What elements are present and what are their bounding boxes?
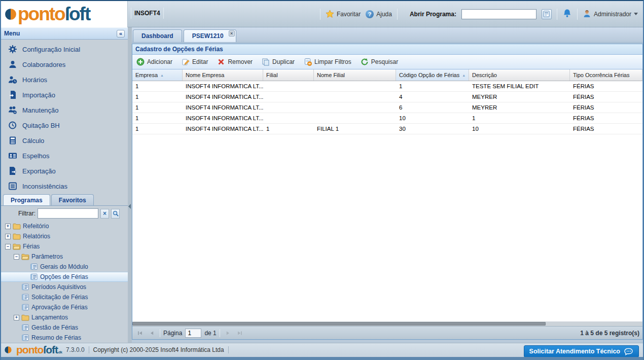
tab-dashboard[interactable]: Dashboard xyxy=(133,29,182,42)
menu-item-manutencao[interactable]: Manutenção xyxy=(1,102,128,118)
menu-item-exportacao[interactable]: Exportação xyxy=(1,163,128,178)
collapse-icon[interactable]: − xyxy=(5,244,11,249)
scrollbar-thumb[interactable] xyxy=(132,322,546,326)
bell-icon xyxy=(562,9,572,18)
support-button[interactable]: Solicitar Atendimento Técnico xyxy=(524,345,639,357)
table-row[interactable]: 1 INSOFT4 INFORMATICA LT... 6 MEYRER FÉR… xyxy=(132,102,642,113)
cell-tipo: FÉRIAS xyxy=(570,113,642,123)
filter-clear-button[interactable]: × xyxy=(100,209,109,219)
program-tree: + Refeitório + Relatórios − Férias − Par… xyxy=(1,221,128,343)
filter-input[interactable] xyxy=(38,208,98,219)
add-button[interactable]: Adicionar xyxy=(136,58,172,66)
search-icon xyxy=(113,210,119,217)
tree-node-lancamentos[interactable]: + Lançamentos xyxy=(1,312,128,322)
paging-toolbar: Página de 1 1 à 5 de 5 registro(s) xyxy=(132,326,642,339)
column-header-nome-empresa[interactable]: Nome Empresa xyxy=(183,69,263,81)
menu-item-label: Colaboradores xyxy=(22,61,65,68)
menu-collapse-button[interactable]: « xyxy=(117,30,125,38)
prev-page-button[interactable] xyxy=(148,329,157,338)
sort-asc-icon: ▲ xyxy=(160,74,164,77)
table-row[interactable]: 1 INSOFT4 INFORMATICA LT... 10 1 FÉRIAS xyxy=(132,113,642,124)
favorite-button[interactable]: Favoritar xyxy=(326,10,361,18)
program-lookup-button[interactable] xyxy=(542,9,552,19)
column-header-descricao[interactable]: Descrição xyxy=(469,69,570,81)
help-button[interactable]: ? Ajuda xyxy=(366,10,392,18)
collapse-icon[interactable]: − xyxy=(14,254,19,260)
menu-item-inconsistencias[interactable]: Inconsistências xyxy=(1,178,128,194)
tab-programas[interactable]: Programas xyxy=(3,194,50,205)
first-page-button[interactable] xyxy=(135,329,145,338)
program-icon xyxy=(30,273,38,280)
menu-item-calculo[interactable]: Cálculo xyxy=(1,133,128,148)
open-program-input[interactable] xyxy=(461,9,536,19)
tree-node-solicitacao-de-ferias[interactable]: Solicitação de Férias xyxy=(1,292,128,302)
sidebar-splitter[interactable] xyxy=(128,27,132,343)
tab-psew1210[interactable]: PSEW1210 × xyxy=(184,29,236,42)
menu-item-colaboradores[interactable]: Colaboradores xyxy=(1,57,128,72)
tree-node-relatorios[interactable]: + Relatórios xyxy=(1,231,128,241)
menu-item-horarios[interactable]: Horários xyxy=(1,72,128,87)
cell-filial xyxy=(263,102,314,113)
column-header-codigo-opcao[interactable]: Código Opção de Férias▲ xyxy=(396,69,469,81)
version-label: 7.3.0.0 xyxy=(66,346,85,353)
cell-descricao: MEYRER xyxy=(469,92,570,102)
sidebar-tabs: Programas Favoritos xyxy=(1,194,128,206)
tab-favoritos[interactable]: Favoritos xyxy=(51,194,94,205)
cell-nome-filial xyxy=(314,113,396,123)
user-menu[interactable]: Administrador xyxy=(583,10,638,18)
cell-descricao: TESTE SEM FILIAL EDIT xyxy=(469,81,570,91)
tree-node-resumo-de-ferias[interactable]: Resumo de Férias xyxy=(1,333,128,343)
tab-close-icon[interactable]: × xyxy=(229,30,235,37)
cell-empresa: 1 xyxy=(132,102,183,113)
table-row[interactable]: 1 INSOFT4 INFORMATICA LT... 4 MEYRER FÉR… xyxy=(132,92,642,102)
menu-item-espelhos[interactable]: Espelhos xyxy=(1,148,128,163)
menu-item-label: Manutenção xyxy=(22,106,59,114)
cell-descricao: 10 xyxy=(469,124,570,134)
tab-label: Favoritos xyxy=(59,197,86,204)
next-page-icon xyxy=(224,330,231,337)
cell-tipo: FÉRIAS xyxy=(570,92,642,102)
program-icon xyxy=(21,304,29,311)
tree-node-gestao-de-ferias[interactable]: Gestão de Férias xyxy=(1,322,128,333)
column-header-tipo-ocorrencia[interactable]: Tipo Ocorrência Férias xyxy=(570,69,642,81)
cell-codigo: 4 xyxy=(396,92,469,102)
tree-node-aprovacao-de-ferias[interactable]: Aprovação de Férias xyxy=(1,302,128,312)
menu-item-importacao[interactable]: Importação xyxy=(1,87,128,102)
tree-node-parametros[interactable]: − Parâmetros xyxy=(1,251,128,262)
column-header-nome-filial[interactable]: Nome Filial xyxy=(314,69,396,81)
program-icon xyxy=(21,283,29,291)
expand-icon[interactable]: + xyxy=(5,224,11,229)
menu-item-configuracao-inicial[interactable]: Configuração Inicial xyxy=(1,42,128,57)
table-row[interactable]: 1 INSOFT4 INFORMATICA LT... 1 TESTE SEM … xyxy=(132,81,642,92)
help-icon: ? xyxy=(366,10,374,18)
remove-button[interactable]: Remover xyxy=(217,58,253,66)
tree-node-ferias[interactable]: − Férias xyxy=(1,241,128,251)
expand-icon[interactable]: + xyxy=(5,234,11,239)
clear-filters-button[interactable]: Limpar Filtros xyxy=(304,58,351,66)
column-header-empresa[interactable]: Empresa▲ xyxy=(132,69,183,81)
separator xyxy=(557,9,557,20)
next-page-button[interactable] xyxy=(223,329,232,338)
tree-node-gerais-do-modulo[interactable]: Gerais do Módulo xyxy=(1,262,128,272)
expand-icon[interactable]: + xyxy=(14,315,19,320)
people-gear-icon xyxy=(8,105,17,115)
tree-node-opcoes-de-ferias[interactable]: Opções de Férias xyxy=(1,272,128,282)
column-label: Nome Empresa xyxy=(186,72,224,78)
duplicate-button[interactable]: Duplicar xyxy=(262,58,295,66)
table-row[interactable]: 1 INSOFT4 INFORMATICA LT... 1 FILIAL 1 3… xyxy=(132,124,642,134)
last-page-button[interactable] xyxy=(235,329,244,338)
filter-search-button[interactable] xyxy=(111,209,120,219)
page-number-input[interactable] xyxy=(185,329,201,338)
edit-button[interactable]: Editar xyxy=(182,58,208,66)
column-header-filial[interactable]: Filial xyxy=(263,69,314,81)
collapse-left-icon[interactable] xyxy=(128,204,131,209)
tab-label: Programas xyxy=(11,197,43,204)
app-label-wrap: INSOFT4 xyxy=(131,8,164,19)
search-button[interactable]: Pesquisar xyxy=(361,58,398,66)
notifications-button[interactable] xyxy=(562,9,572,20)
horizontal-scrollbar[interactable] xyxy=(132,321,642,326)
tree-node-periodos-aquisitivos[interactable]: Períodos Aquisitivos xyxy=(1,282,128,292)
menu-item-quitacao-bh[interactable]: Quitação BH xyxy=(1,118,128,133)
tree-node-refeitorio[interactable]: + Refeitório xyxy=(1,221,128,231)
logo-text-soft: ſoft xyxy=(65,4,90,24)
